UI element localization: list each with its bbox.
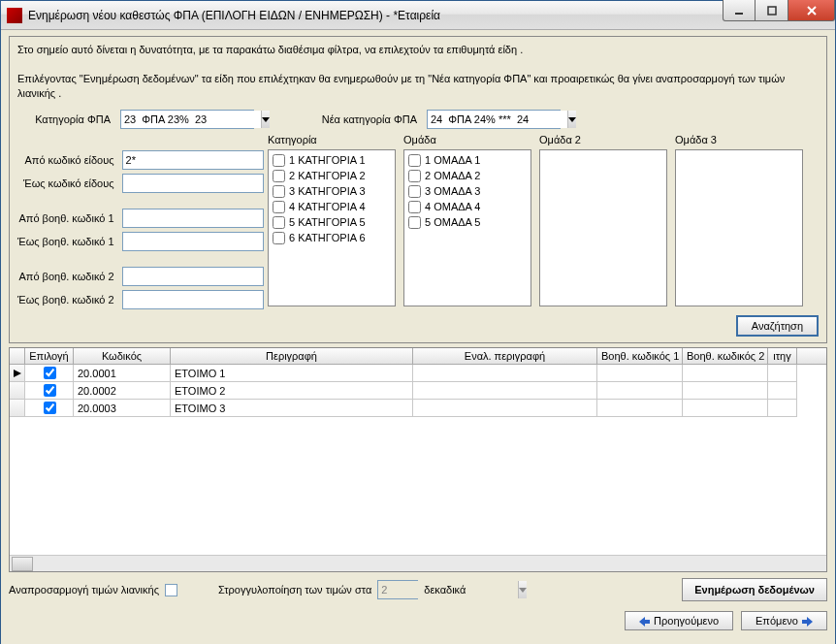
code-filters: Από κωδικό είδους Έως κωδικό είδους Από … bbox=[17, 133, 260, 309]
col-desc[interactable]: Περιγραφή bbox=[171, 348, 413, 364]
results-grid: Επιλογή Κωδικός Περιγραφή Εναλ. περιγραφ… bbox=[9, 347, 827, 572]
minimize-button[interactable] bbox=[723, 0, 756, 21]
category-item[interactable]: 3 ΚΑΤΗΓΟΡΙΑ 3 bbox=[273, 183, 391, 199]
svg-marker-7 bbox=[519, 588, 527, 593]
chevron-down-icon[interactable] bbox=[567, 111, 576, 128]
category-item[interactable]: 2 ΚΑΤΗΓΟΡΙΑ 2 bbox=[273, 168, 391, 183]
cell-b2 bbox=[683, 382, 768, 400]
from-code-input[interactable] bbox=[122, 150, 264, 170]
category-checkbox[interactable] bbox=[273, 154, 285, 167]
group-checkbox[interactable] bbox=[408, 216, 421, 229]
category-checkbox[interactable] bbox=[273, 216, 285, 229]
table-row[interactable]: 20.0001ETOIMO 1 bbox=[10, 365, 826, 382]
reprice-checkbox[interactable] bbox=[165, 584, 177, 596]
row-checkbox[interactable] bbox=[44, 367, 56, 379]
group-label: 4 ΟΜΑΔΑ 4 bbox=[425, 200, 480, 214]
row-marker bbox=[10, 382, 25, 400]
prev-label: Προηγούμενο bbox=[654, 615, 719, 627]
chevron-down-icon[interactable] bbox=[261, 111, 270, 128]
vat-cat-input[interactable] bbox=[121, 111, 261, 128]
cell-last bbox=[768, 365, 797, 382]
cell-last bbox=[768, 382, 797, 400]
to-b1-input[interactable] bbox=[122, 232, 264, 251]
groups-header: Ομάδα bbox=[403, 133, 531, 149]
category-item[interactable]: 4 ΚΑΤΗΓΟΡΙΑ 4 bbox=[273, 199, 391, 214]
cell-desc: ETOIMO 1 bbox=[171, 365, 413, 382]
table-row[interactable]: 20.0003ETOIMO 3 bbox=[10, 400, 826, 417]
categories-header: Κατηγορία bbox=[268, 133, 396, 149]
to-code-input[interactable] bbox=[122, 174, 264, 193]
next-button[interactable]: Επόμενο bbox=[741, 611, 827, 630]
to-b2-input[interactable] bbox=[122, 290, 264, 309]
group-item[interactable]: 1 ΟΜΑΔΑ 1 bbox=[408, 152, 527, 168]
group-item[interactable]: 4 ΟΜΑΔΑ 4 bbox=[408, 199, 527, 214]
reprice-label: Αναπροσαρμογή τιμών λιανικής bbox=[9, 584, 159, 596]
new-vat-cat-combo[interactable] bbox=[427, 110, 561, 129]
update-button[interactable]: Ενημέρωση δεδομένων bbox=[682, 578, 827, 601]
col-last[interactable]: ιτηγ bbox=[768, 348, 797, 364]
category-checkbox[interactable] bbox=[273, 232, 285, 244]
round-label-pre: Στρογγυλοποίηση των τιμών στα bbox=[218, 584, 371, 596]
window-title: Ενημέρωση νέου καθεστώς ΦΠΑ (ΕΠΙΛΟΓΗ ΕΙΔ… bbox=[28, 9, 723, 22]
col-code[interactable]: Κωδικός bbox=[74, 348, 171, 364]
row-checkbox[interactable] bbox=[44, 384, 56, 397]
category-checkbox[interactable] bbox=[273, 185, 285, 198]
svg-rect-1 bbox=[768, 7, 776, 15]
round-decimals-combo[interactable] bbox=[377, 580, 418, 599]
group-checkbox[interactable] bbox=[408, 185, 421, 198]
group-checkbox[interactable] bbox=[408, 170, 421, 182]
group3-list[interactable] bbox=[675, 149, 803, 306]
group-item[interactable]: 5 ΟΜΑΔΑ 5 bbox=[408, 214, 527, 230]
new-vat-cat-input[interactable] bbox=[428, 111, 567, 128]
group-item[interactable]: 2 ΟΜΑΔΑ 2 bbox=[408, 168, 527, 183]
window-controls bbox=[723, 1, 835, 29]
categories-list[interactable]: 1 ΚΑΤΗΓΟΡΙΑ 12 ΚΑΤΗΓΟΡΙΑ 23 ΚΑΤΗΓΟΡΙΑ 34… bbox=[268, 149, 396, 306]
group-checkbox[interactable] bbox=[408, 154, 421, 167]
h-scrollbar[interactable] bbox=[10, 555, 826, 571]
group-checkbox[interactable] bbox=[408, 201, 421, 213]
group3-header: Ομάδα 3 bbox=[675, 133, 803, 149]
from-b1-label: Από βοηθ. κωδικό 1 bbox=[17, 211, 118, 226]
arrow-right-icon bbox=[801, 617, 813, 627]
category-label: 4 ΚΑΤΗΓΟΡΙΑ 4 bbox=[289, 200, 366, 214]
search-button[interactable]: Αναζήτηση bbox=[736, 315, 819, 337]
category-label: 3 ΚΑΤΗΓΟΡΙΑ 3 bbox=[289, 184, 366, 199]
cell-b1 bbox=[597, 365, 683, 382]
cell-b1 bbox=[597, 382, 683, 400]
nav-bar: Προηγούμενο Επόμενο bbox=[9, 611, 827, 630]
cell-desc: ETOIMO 2 bbox=[171, 382, 413, 400]
cell-desc: ETOIMO 3 bbox=[171, 400, 413, 417]
to-code-label: Έως κωδικό είδους bbox=[17, 177, 118, 191]
from-b1-input[interactable] bbox=[122, 209, 264, 228]
group2-list[interactable] bbox=[539, 149, 667, 306]
group-item[interactable]: 3 ΟΜΑΔΑ 3 bbox=[408, 183, 527, 199]
col-select[interactable]: Επιλογή bbox=[25, 348, 74, 364]
col-b2[interactable]: Βοηθ. κωδικός 2 bbox=[683, 348, 768, 364]
category-item[interactable]: 5 ΚΑΤΗΓΟΡΙΑ 5 bbox=[273, 214, 391, 230]
col-alt[interactable]: Εναλ. περιγραφή bbox=[413, 348, 597, 364]
intro-box: Στο σημείο αυτό δίνεται η δυνατότητα, με… bbox=[9, 36, 827, 343]
maximize-button[interactable] bbox=[756, 0, 788, 21]
category-label: 2 ΚΑΤΗΓΟΡΙΑ 2 bbox=[289, 169, 366, 183]
prev-button[interactable]: Προηγούμενο bbox=[625, 611, 733, 630]
table-row[interactable]: 20.0002ETOIMO 2 bbox=[10, 382, 826, 400]
cell-select[interactable] bbox=[25, 400, 74, 417]
cell-b2 bbox=[683, 365, 768, 382]
groups-list[interactable]: 1 ΟΜΑΔΑ 12 ΟΜΑΔΑ 23 ΟΜΑΔΑ 34 ΟΜΑΔΑ 45 ΟΜ… bbox=[403, 149, 531, 306]
cell-b1 bbox=[597, 400, 683, 417]
close-button[interactable] bbox=[788, 0, 835, 21]
col-b1[interactable]: Βοηθ. κωδικός 1 bbox=[597, 348, 683, 364]
chevron-down-icon[interactable] bbox=[518, 581, 527, 598]
category-item[interactable]: 1 ΚΑΤΗΓΟΡΙΑ 1 bbox=[273, 152, 391, 168]
category-checkbox[interactable] bbox=[273, 170, 285, 182]
vat-cat-combo[interactable] bbox=[120, 110, 254, 129]
category-item[interactable]: 6 ΚΑΤΗΓΟΡΙΑ 6 bbox=[273, 230, 391, 245]
from-b2-input[interactable] bbox=[122, 267, 264, 286]
cell-code: 20.0002 bbox=[74, 382, 171, 400]
category-checkbox[interactable] bbox=[273, 201, 285, 213]
category-label: 5 ΚΑΤΗΓΟΡΙΑ 5 bbox=[289, 215, 366, 230]
cell-select[interactable] bbox=[25, 382, 74, 400]
row-checkbox[interactable] bbox=[44, 402, 56, 414]
grid-body[interactable]: 20.0001ETOIMO 120.0002ETOIMO 220.0003ETO… bbox=[10, 365, 826, 555]
cell-select[interactable] bbox=[25, 365, 74, 382]
